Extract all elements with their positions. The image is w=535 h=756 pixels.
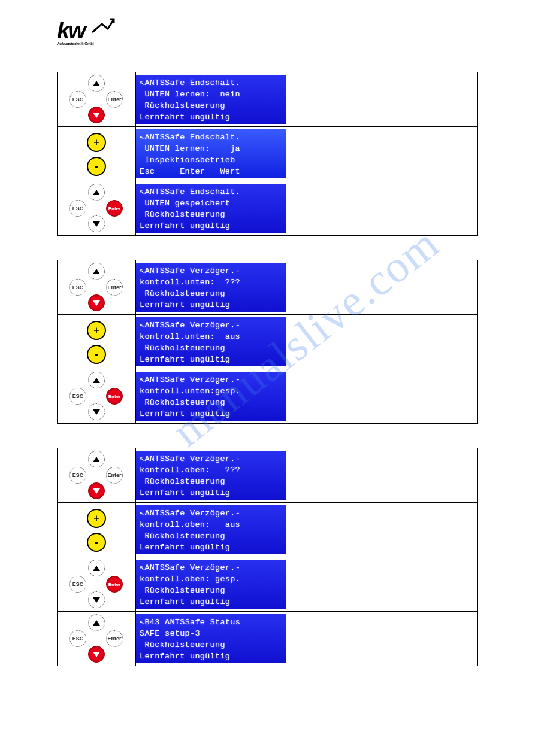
button-cluster: +- xyxy=(61,128,132,180)
button-cluster: ESCEnter xyxy=(61,558,132,610)
esc-button[interactable]: ESC xyxy=(69,200,86,217)
buttons-cell: ESCEnter xyxy=(58,448,136,503)
down-button[interactable] xyxy=(88,646,105,663)
button-cluster: ESCEnter xyxy=(61,183,132,234)
lcd-display: ↖B43 ANTSSafe Status SAFE setup-3 Rückho… xyxy=(136,614,286,663)
esc-button[interactable]: ESC xyxy=(69,630,86,647)
buttons-cell: ESCEnter xyxy=(58,260,136,315)
logo-arrow-icon xyxy=(91,17,115,35)
enter-button[interactable]: Enter xyxy=(106,200,123,217)
down-button[interactable] xyxy=(88,482,105,499)
logo-text: kw xyxy=(57,18,85,44)
table-row: ESCEnter↖ANTSSafe Verzöger.- kontroll.un… xyxy=(58,369,478,424)
instruction-table: ESCEnter↖ANTSSafe Verzöger.- kontroll.un… xyxy=(57,260,478,424)
lcd-cell: ↖ANTSSafe Verzöger.- kontroll.unten: aus… xyxy=(136,315,286,369)
lcd-cell: ↖ANTSSafe Verzöger.- kontroll.oben: gesp… xyxy=(136,557,286,612)
up-button[interactable] xyxy=(88,614,105,631)
button-cluster: ESCEnter xyxy=(61,450,132,501)
plus-button[interactable]: + xyxy=(87,509,106,528)
description-cell xyxy=(286,260,478,315)
description-cell xyxy=(286,72,478,127)
lcd-display: ↖ANTSSafe Endschalt. UNTEN gespeichert R… xyxy=(136,184,286,233)
enter-button[interactable]: Enter xyxy=(106,467,123,484)
lcd-cell: ↖ANTSSafe Endschalt. UNTEN lernen: ja In… xyxy=(136,127,286,181)
description-cell xyxy=(286,557,478,612)
table-row: +-↖ANTSSafe Verzöger.- kontroll.oben: au… xyxy=(58,503,478,557)
up-button[interactable] xyxy=(88,372,105,388)
lcd-cell: ↖ANTSSafe Endschalt. UNTEN gespeichert R… xyxy=(136,181,286,236)
up-button[interactable] xyxy=(88,560,105,576)
description-cell xyxy=(286,315,478,369)
description-cell xyxy=(286,612,478,666)
esc-button[interactable]: ESC xyxy=(69,576,86,593)
down-button[interactable] xyxy=(88,591,105,608)
lcd-cell: ↖ANTSSafe Verzöger.- kontroll.unten:gesp… xyxy=(136,369,286,424)
lcd-display: ↖ANTSSafe Endschalt. UNTEN lernen: nein … xyxy=(136,75,286,124)
down-button[interactable] xyxy=(88,107,105,123)
buttons-cell: +- xyxy=(58,503,136,557)
button-cluster: ESCEnter xyxy=(61,262,132,313)
description-cell xyxy=(286,503,478,557)
button-cluster: ESCEnter xyxy=(61,74,132,125)
lcd-cell: ↖ANTSSafe Verzöger.- kontroll.oben: aus … xyxy=(136,503,286,557)
down-button[interactable] xyxy=(88,403,105,420)
enter-button[interactable]: Enter xyxy=(106,630,123,647)
button-cluster: +- xyxy=(61,316,132,368)
lcd-display: ↖ANTSSafe Verzöger.- kontroll.unten:gesp… xyxy=(136,372,286,421)
table-row: ESCEnter↖B43 ANTSSafe Status SAFE setup-… xyxy=(58,612,478,666)
lcd-cell: ↖B43 ANTSSafe Status SAFE setup-3 Rückho… xyxy=(136,612,286,666)
table-row: ESCEnter↖ANTSSafe Endschalt. UNTEN lerne… xyxy=(58,72,478,127)
button-cluster: ESCEnter xyxy=(61,613,132,664)
esc-button[interactable]: ESC xyxy=(69,467,86,484)
lcd-display: ↖ANTSSafe Verzöger.- kontroll.unten: aus… xyxy=(136,317,286,366)
enter-button[interactable]: Enter xyxy=(106,91,123,108)
description-cell xyxy=(286,127,478,181)
up-button[interactable] xyxy=(88,451,105,467)
table-row: ESCEnter↖ANTSSafe Endschalt. UNTEN gespe… xyxy=(58,181,478,236)
up-button[interactable] xyxy=(88,75,105,92)
plus-button[interactable]: + xyxy=(87,133,106,152)
enter-button[interactable]: Enter xyxy=(106,576,123,593)
instruction-table: ESCEnter↖ANTSSafe Verzöger.- kontroll.ob… xyxy=(57,448,478,666)
lcd-cell: ↖ANTSSafe Verzöger.- kontroll.oben: ??? … xyxy=(136,448,286,503)
button-cluster: +- xyxy=(61,504,132,555)
description-cell xyxy=(286,369,478,424)
lcd-cell: ↖ANTSSafe Verzöger.- kontroll.unten: ???… xyxy=(136,260,286,315)
buttons-cell: ESCEnter xyxy=(58,72,136,127)
plus-button[interactable]: + xyxy=(87,321,106,340)
esc-button[interactable]: ESC xyxy=(69,91,86,108)
description-cell xyxy=(286,181,478,236)
lcd-display: ↖ANTSSafe Verzöger.- kontroll.unten: ???… xyxy=(136,263,286,312)
table-row: +-↖ANTSSafe Endschalt. UNTEN lernen: ja … xyxy=(58,127,478,181)
enter-button[interactable]: Enter xyxy=(106,388,123,405)
buttons-cell: ESCEnter xyxy=(58,612,136,666)
minus-button[interactable]: - xyxy=(87,345,106,364)
down-button[interactable] xyxy=(88,294,105,311)
buttons-cell: +- xyxy=(58,315,136,369)
table-row: ESCEnter↖ANTSSafe Verzöger.- kontroll.ob… xyxy=(58,448,478,503)
minus-button[interactable]: - xyxy=(87,157,106,176)
button-cluster: ESCEnter xyxy=(61,371,132,422)
instruction-table: ESCEnter↖ANTSSafe Endschalt. UNTEN lerne… xyxy=(57,72,478,236)
down-button[interactable] xyxy=(88,215,105,232)
lcd-display: ↖ANTSSafe Verzöger.- kontroll.oben: gesp… xyxy=(136,560,286,609)
up-button[interactable] xyxy=(88,263,105,280)
lcd-display: ↖ANTSSafe Verzöger.- kontroll.oben: aus … xyxy=(136,505,286,554)
description-cell xyxy=(286,448,478,503)
buttons-cell: ESCEnter xyxy=(58,369,136,424)
lcd-cell: ↖ANTSSafe Endschalt. UNTEN lernen: nein … xyxy=(136,72,286,127)
esc-button[interactable]: ESC xyxy=(69,388,86,405)
up-button[interactable] xyxy=(88,184,105,201)
buttons-cell: ESCEnter xyxy=(58,557,136,612)
buttons-cell: ESCEnter xyxy=(58,181,136,236)
table-row: ESCEnter↖ANTSSafe Verzöger.- kontroll.un… xyxy=(58,260,478,315)
minus-button[interactable]: - xyxy=(87,533,106,552)
esc-button[interactable]: ESC xyxy=(69,279,86,296)
table-row: +-↖ANTSSafe Verzöger.- kontroll.unten: a… xyxy=(58,315,478,369)
lcd-display: ↖ANTSSafe Endschalt. UNTEN lernen: ja In… xyxy=(136,129,286,178)
buttons-cell: +- xyxy=(58,127,136,181)
table-row: ESCEnter↖ANTSSafe Verzöger.- kontroll.ob… xyxy=(58,557,478,612)
logo-subtitle: Aufzugstechnik GmbH xyxy=(57,42,95,45)
enter-button[interactable]: Enter xyxy=(106,279,123,296)
lcd-display: ↖ANTSSafe Verzöger.- kontroll.oben: ??? … xyxy=(136,451,286,500)
